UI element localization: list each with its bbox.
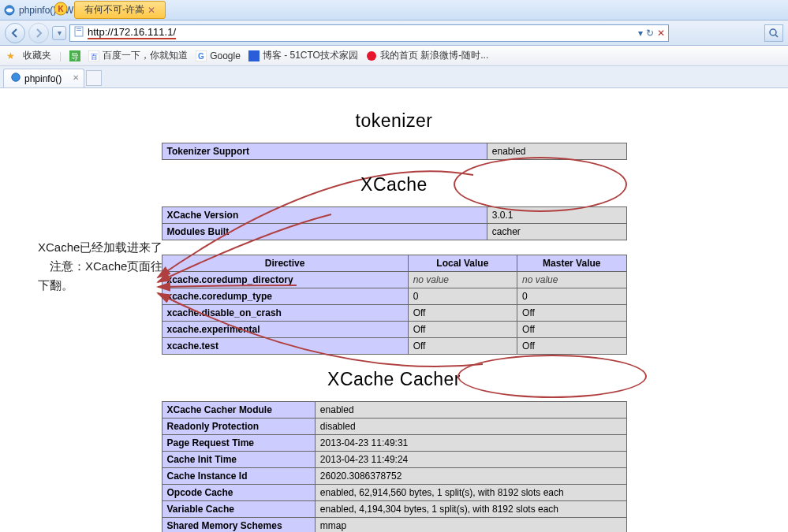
favorites-label[interactable]: 收藏夹 <box>23 49 51 62</box>
new-tab-button[interactable] <box>86 70 102 86</box>
url-field-wrapper[interactable]: http://172.16.111.1/ ▾ ↻ ✕ <box>69 24 669 42</box>
table-row: Page Request Time2013-04-23 11:49:31 <box>162 435 626 452</box>
table-row: Readonly Protectiondisabled <box>162 419 626 435</box>
table-row: Shared Memory Schemesmmap <box>162 518 626 533</box>
svg-rect-4 <box>77 28 81 29</box>
section-tokenizer-title: tokenizer <box>16 110 772 132</box>
svg-text:K: K <box>58 5 64 13</box>
svg-text:百: 百 <box>91 53 98 61</box>
table-row: Opcode Cacheenabled, 62,914,560 bytes, 1… <box>162 485 626 501</box>
table-row: Modules Builtcacher <box>162 224 626 240</box>
table-row: XCache Cacher Moduleenabled <box>162 402 626 419</box>
bookmark-google[interactable]: G Google <box>196 50 241 61</box>
back-button[interactable] <box>5 23 25 43</box>
refresh-icon[interactable]: ↻ <box>646 28 654 39</box>
table-row: xcache.coredump_directoryno valueno valu… <box>162 272 626 288</box>
table-row: XCache Version3.0.1 <box>162 207 626 224</box>
stop-icon[interactable]: ✕ <box>657 28 665 39</box>
svg-line-7 <box>775 35 778 37</box>
svg-rect-5 <box>77 30 81 31</box>
svg-rect-14 <box>248 50 260 61</box>
bookmark-hao123[interactable]: 导 <box>69 50 80 61</box>
xcache-version-table: XCache Version3.0.1 Modules Builtcacher <box>162 206 627 240</box>
page-content: XCache已经加载进来了 注意：XCache页面往下翻。 tokenizer … <box>0 88 788 532</box>
tab-phpinfo[interactable]: phpinfo() ✕ <box>3 69 84 87</box>
section-xcache-cacher-title: XCache Cacher <box>16 369 772 390</box>
url-dropdown-icon[interactable]: ▾ <box>638 28 643 39</box>
bookmark-51cto[interactable]: 博客 - 51CTO技术家园 <box>248 49 358 62</box>
table-row: Variable Cacheenabled, 4,194,304 bytes, … <box>162 501 626 518</box>
table-row: xcache.disable_on_crashOffOff <box>162 305 626 322</box>
table-row: Cache Instance Id26020.3086378752 <box>162 468 626 485</box>
table-row: xcache.testOffOff <box>162 338 626 355</box>
svg-rect-3 <box>75 27 83 36</box>
url-text[interactable]: http://172.16.111.1/ <box>88 26 176 39</box>
table-row: Tokenizer Support enabled <box>162 143 626 160</box>
table-row: xcache.coredump_type00 <box>162 288 626 305</box>
favorites-star-icon[interactable]: ★ <box>6 50 15 61</box>
tab-label: phpinfo() <box>24 73 62 84</box>
section-xcache-title: XCache <box>16 174 772 195</box>
svg-point-16 <box>12 73 21 82</box>
table-row: Cache Init Time2013-04-23 11:49:24 <box>162 452 626 468</box>
table-row: xcache.experimentalOffOff <box>162 322 626 338</box>
ie-icon <box>10 72 21 85</box>
ie-icon <box>3 4 16 17</box>
history-dropdown[interactable]: ▾ <box>52 26 66 40</box>
svg-point-6 <box>770 29 776 35</box>
table-header-row: Directive Local Value Master Value <box>162 255 626 272</box>
xcache-directives-table: Directive Local Value Master Value xcach… <box>162 255 627 355</box>
window-titlebar: phpinfo() - Windows Inter K 有何不可-许嵩 ✕ <box>0 0 788 20</box>
svg-point-15 <box>367 51 376 61</box>
address-bar: ▾ http://172.16.111.1/ ▾ ↻ ✕ <box>0 20 788 46</box>
tokenizer-table: Tokenizer Support enabled <box>162 143 627 160</box>
tab-close-icon[interactable]: ✕ <box>148 5 155 16</box>
svg-text:导: 导 <box>71 52 79 61</box>
page-icon <box>73 26 84 39</box>
svg-text:G: G <box>198 52 204 61</box>
bookmark-baidu[interactable]: 百 百度一下，你就知道 <box>88 49 188 62</box>
xcache-cacher-table: XCache Cacher ModuleenabledReadonly Prot… <box>162 401 627 532</box>
music-tab[interactable]: 有何不可-许嵩 ✕ <box>74 1 166 19</box>
favorites-bar: ★ 收藏夹 | 导 百 百度一下，你就知道 G Google 博客 - 51CT… <box>0 46 788 66</box>
tab-close-icon[interactable]: ✕ <box>73 73 79 82</box>
annotation-text: XCache已经加载进来了 注意：XCache页面往下翻。 <box>38 238 164 295</box>
music-tab-label: 有何不可-许嵩 <box>84 3 144 17</box>
tab-bar: phpinfo() ✕ <box>0 66 788 88</box>
search-button[interactable] <box>764 24 783 42</box>
forward-button[interactable] <box>28 23 49 43</box>
bookmark-weibo[interactable]: 我的首页 新浪微博-随时... <box>366 49 488 62</box>
kugou-icon: K <box>54 2 68 18</box>
